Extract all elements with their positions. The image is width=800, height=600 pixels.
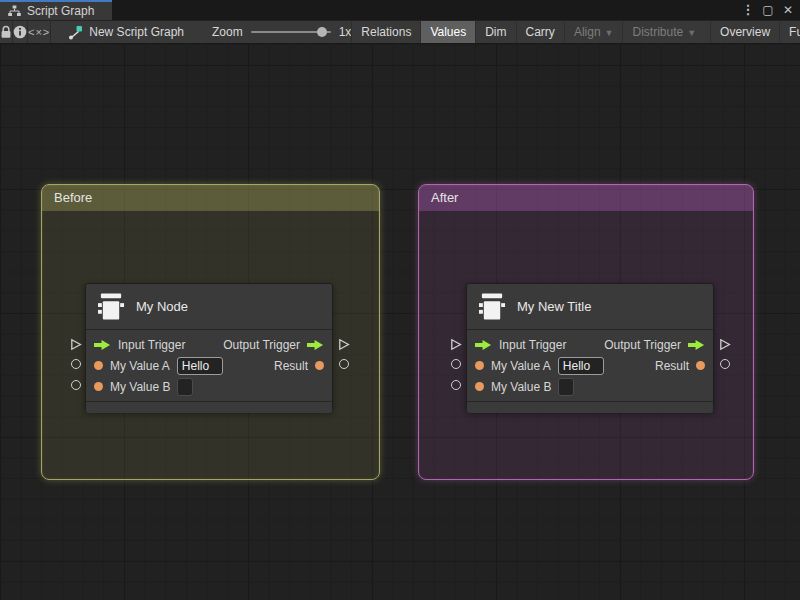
code-view-button[interactable]: <×> (28, 20, 50, 44)
script-graph-window: Script Graph ⋮ ▢ ✕ (0, 0, 800, 600)
value-a-input[interactable] (558, 357, 604, 375)
external-flow-port[interactable] (450, 337, 462, 355)
align-label: Align (574, 25, 601, 39)
port-label-value-a: My Value A (110, 359, 170, 373)
hierarchy-icon (8, 5, 21, 17)
port-row: My Value B (467, 376, 713, 397)
port-label-output-trigger: Output Trigger (604, 338, 681, 352)
lock-icon (0, 25, 12, 39)
graph-toolbar: <×> New Script Graph Zoom 1x Relations (0, 20, 800, 44)
value-a-input[interactable] (177, 357, 223, 375)
port-row: My Value A Result (467, 355, 713, 376)
code-brackets-icon: <×> (28, 26, 50, 38)
graph-canvas[interactable]: Before After (0, 44, 800, 600)
flow-arrow-icon[interactable] (94, 339, 111, 351)
external-value-port[interactable] (71, 380, 81, 390)
values-button[interactable]: Values (420, 20, 475, 44)
maximize-button[interactable]: ▢ (760, 1, 776, 19)
flow-arrow-icon[interactable] (307, 339, 324, 351)
value-dot-icon[interactable] (696, 361, 705, 370)
value-dot-icon[interactable] (94, 361, 103, 370)
value-b-input[interactable] (177, 378, 193, 396)
node-footer (467, 401, 713, 413)
external-value-port[interactable] (451, 380, 461, 390)
distribute-dropdown[interactable]: Distribute▼ (622, 20, 705, 44)
node-my-new-title[interactable]: My New Title Input Trigger Output Trigge… (466, 283, 714, 412)
tab-script-graph[interactable]: Script Graph (0, 0, 112, 20)
node-footer (86, 401, 332, 413)
align-dropdown[interactable]: Align▼ (564, 20, 623, 44)
script-graph-icon (67, 25, 83, 40)
group-before-title: Before (54, 190, 92, 205)
fullscreen-button[interactable]: Full Screen (779, 20, 800, 44)
node-title: My Node (136, 299, 188, 314)
relations-button[interactable]: Relations (351, 20, 420, 44)
tab-label: Script Graph (27, 4, 94, 18)
chevron-down-icon: ▼ (687, 28, 696, 38)
close-button[interactable]: ✕ (780, 1, 796, 19)
external-value-port[interactable] (720, 359, 730, 369)
external-flow-port[interactable] (70, 337, 82, 355)
external-flow-port[interactable] (338, 337, 350, 355)
node-header[interactable]: My New Title (467, 284, 713, 330)
zoom-value: 1x (339, 25, 352, 39)
zoom-slider-handle[interactable] (317, 27, 327, 37)
tab-bar: Script Graph ⋮ ▢ ✕ (0, 0, 800, 20)
info-button[interactable] (13, 20, 27, 44)
value-dot-icon[interactable] (475, 361, 484, 370)
value-b-input[interactable] (558, 378, 574, 396)
unit-node-icon (479, 292, 506, 322)
node-header[interactable]: My Node (86, 284, 332, 330)
port-row: My Value B (86, 376, 332, 397)
group-after-header[interactable]: After (419, 185, 753, 211)
flow-arrow-icon[interactable] (688, 339, 705, 351)
external-flow-port[interactable] (719, 337, 731, 355)
zoom-control: Zoom 1x (212, 20, 351, 44)
group-before-header[interactable]: Before (42, 185, 379, 211)
port-label-input-trigger: Input Trigger (499, 338, 566, 352)
graph-name-label: New Script Graph (89, 25, 184, 39)
port-row: My Value A Result (86, 355, 332, 376)
node-title: My New Title (517, 299, 591, 314)
info-icon (13, 25, 27, 39)
distribute-label: Distribute (632, 25, 683, 39)
port-label-input-trigger: Input Trigger (118, 338, 185, 352)
value-dot-icon[interactable] (94, 382, 103, 391)
lock-button[interactable] (0, 20, 12, 44)
external-value-port[interactable] (451, 359, 461, 369)
zoom-slider[interactable] (251, 20, 331, 44)
flow-arrow-icon[interactable] (475, 339, 492, 351)
zoom-label: Zoom (212, 25, 243, 39)
node-my-node[interactable]: My Node Input Trigger Output Trigger (85, 283, 333, 412)
unit-node-icon (98, 292, 125, 322)
node-ports: Input Trigger Output Trigger My Value A (467, 330, 713, 401)
carry-button[interactable]: Carry (516, 20, 564, 44)
port-label-value-b: My Value B (491, 380, 551, 394)
port-row: Input Trigger Output Trigger (467, 334, 713, 355)
port-label-result: Result (274, 359, 308, 373)
overview-button[interactable]: Overview (710, 20, 779, 44)
value-dot-icon[interactable] (315, 361, 324, 370)
port-label-value-a: My Value A (491, 359, 551, 373)
port-label-value-b: My Value B (110, 380, 170, 394)
toolbar-buttons: Relations Values Dim Carry Align▼ Distri… (351, 20, 800, 44)
value-dot-icon[interactable] (475, 382, 484, 391)
port-label-result: Result (655, 359, 689, 373)
chevron-down-icon: ▼ (605, 28, 614, 38)
dim-button[interactable]: Dim (475, 20, 515, 44)
external-value-port[interactable] (71, 359, 81, 369)
window-menu-button[interactable]: ⋮ (740, 1, 756, 19)
port-label-output-trigger: Output Trigger (223, 338, 300, 352)
window-controls: ⋮ ▢ ✕ (740, 0, 800, 20)
port-row: Input Trigger Output Trigger (86, 334, 332, 355)
graph-asset-breadcrumb[interactable]: New Script Graph (51, 25, 198, 40)
external-value-port[interactable] (339, 359, 349, 369)
group-after-title: After (431, 190, 458, 205)
node-ports: Input Trigger Output Trigger My Value A (86, 330, 332, 401)
